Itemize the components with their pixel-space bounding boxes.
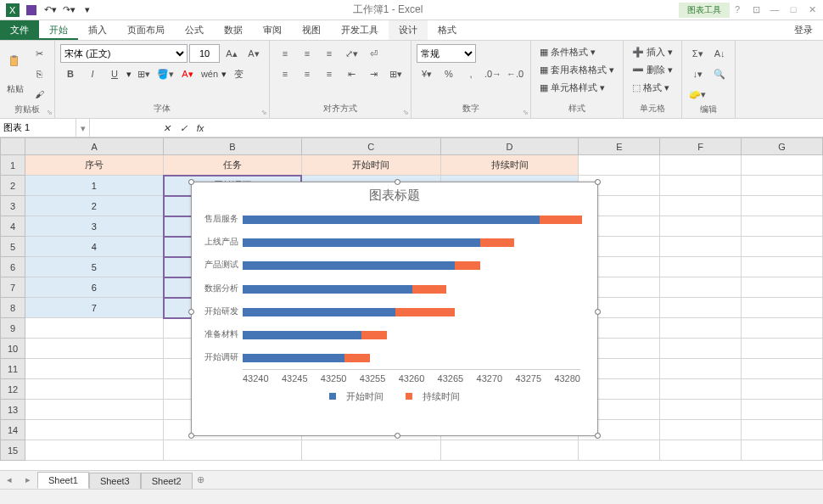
sheet-nav-prev-icon[interactable]: ◂ <box>0 474 19 485</box>
cell[interactable] <box>579 440 660 461</box>
cell[interactable]: 持续时间 <box>440 155 579 176</box>
chart-title[interactable]: 图表标题 <box>192 182 597 209</box>
cell[interactable] <box>742 216 823 237</box>
dialog-launcher-icon[interactable]: ⬂ <box>261 109 267 116</box>
decrease-font-icon[interactable]: A▾ <box>244 44 264 63</box>
cell[interactable] <box>579 155 660 176</box>
cell[interactable] <box>25 400 164 420</box>
row-header[interactable]: 7 <box>1 277 25 298</box>
chart-plot-area[interactable]: 售后服务上线产品产品测试数据分析开始研发准备材料开始调研 <box>243 209 580 370</box>
cell[interactable]: 4 <box>25 237 164 257</box>
border-icon[interactable]: ⊞▾ <box>133 64 154 83</box>
cancel-icon[interactable]: ✕ <box>158 119 175 137</box>
select-all-button[interactable] <box>1 138 25 155</box>
cell[interactable]: 2 <box>25 196 164 216</box>
fill-color-icon[interactable]: 🪣▾ <box>155 64 176 83</box>
cell[interactable] <box>742 257 823 277</box>
format-painter-icon[interactable]: 🖌 <box>29 85 49 104</box>
cell[interactable] <box>742 400 823 420</box>
sheet-tab-active[interactable]: Sheet1 <box>37 472 89 489</box>
convert-button[interactable]: 变 <box>228 64 249 83</box>
cell[interactable] <box>660 339 742 359</box>
worksheet-grid[interactable]: A B C D E F G 1 序号 任务 开始时间 持续时间 2 1 开始调研… <box>0 137 823 477</box>
dialog-launcher-icon[interactable]: ⬂ <box>47 109 53 116</box>
cell[interactable] <box>25 339 164 359</box>
ribbon-opts-icon[interactable]: ⊡ <box>748 4 764 15</box>
dec-decimal-icon[interactable]: ←.0 <box>505 64 525 83</box>
row-header[interactable]: 12 <box>1 379 25 400</box>
cell[interactable] <box>660 379 742 400</box>
align-top-icon[interactable]: ≡ <box>275 44 295 63</box>
tab-format[interactable]: 格式 <box>428 20 467 40</box>
cell-styles-button[interactable]: ▦单元格样式 ▾ <box>536 80 608 96</box>
chart-bar[interactable]: 开始研发 <box>243 308 455 316</box>
cell[interactable] <box>660 257 742 277</box>
cell[interactable] <box>25 318 164 339</box>
resize-handle[interactable] <box>595 433 601 439</box>
cell[interactable] <box>742 298 823 318</box>
tab-insert[interactable]: 插入 <box>78 20 117 40</box>
cell[interactable] <box>742 237 823 257</box>
col-header[interactable]: B <box>164 138 302 155</box>
copy-icon[interactable]: ⎘ <box>29 64 49 83</box>
resize-handle[interactable] <box>395 433 400 439</box>
redo-icon[interactable]: ↷▾ <box>60 2 77 19</box>
col-header[interactable]: C <box>301 138 440 155</box>
resize-handle[interactable] <box>188 179 194 185</box>
cell[interactable] <box>742 155 823 176</box>
cell[interactable] <box>660 176 742 196</box>
cell[interactable] <box>660 298 742 318</box>
col-header[interactable]: G <box>742 138 823 155</box>
indent-inc-icon[interactable]: ⇥ <box>363 64 384 83</box>
resize-handle[interactable] <box>595 309 601 315</box>
cell[interactable] <box>660 216 742 237</box>
minimize-icon[interactable]: — <box>767 4 782 15</box>
cell[interactable] <box>742 196 823 216</box>
cell[interactable]: 开始时间 <box>301 155 440 176</box>
format-cells-button[interactable]: ⬚格式 ▾ <box>629 80 673 96</box>
sheet-tab[interactable]: Sheet3 <box>89 473 141 489</box>
cell[interactable] <box>660 318 742 339</box>
chart-bar[interactable]: 售后服务 <box>243 216 582 224</box>
indent-dec-icon[interactable]: ⇤ <box>341 64 361 83</box>
name-box-dropdown-icon[interactable]: ▾ <box>76 119 90 137</box>
cell[interactable]: 6 <box>25 277 164 298</box>
formula-input[interactable] <box>209 119 823 137</box>
cell[interactable]: 3 <box>25 216 164 237</box>
cell[interactable] <box>742 420 823 440</box>
resize-handle[interactable] <box>188 433 194 439</box>
cell[interactable]: 序号 <box>25 155 164 176</box>
embedded-chart[interactable]: 图表标题 售后服务上线产品产品测试数据分析开始研发准备材料开始调研 432404… <box>191 182 598 436</box>
align-middle-icon[interactable]: ≡ <box>297 44 317 63</box>
cell[interactable] <box>660 400 742 420</box>
close-icon[interactable]: ✕ <box>804 4 820 15</box>
dialog-launcher-icon[interactable]: ⬂ <box>523 109 529 116</box>
fx-icon[interactable]: fx <box>192 119 209 137</box>
cell[interactable] <box>164 440 302 461</box>
sheet-nav-next-icon[interactable]: ▸ <box>19 474 37 485</box>
paste-icon[interactable] <box>5 44 25 78</box>
cell[interactable] <box>440 440 579 461</box>
resize-handle[interactable] <box>595 179 601 185</box>
bold-button[interactable]: B <box>60 64 81 83</box>
cell[interactable] <box>660 196 742 216</box>
tab-file[interactable]: 文件 <box>0 20 39 40</box>
cell[interactable] <box>301 440 440 461</box>
row-header[interactable]: 3 <box>1 196 25 216</box>
row-header[interactable]: 6 <box>1 257 25 277</box>
delete-cells-button[interactable]: ➖删除 ▾ <box>629 62 676 78</box>
row-header[interactable]: 14 <box>1 420 25 440</box>
enter-icon[interactable]: ✓ <box>175 119 192 137</box>
save-icon[interactable] <box>23 2 40 19</box>
tab-formulas[interactable]: 公式 <box>175 20 214 40</box>
col-header[interactable]: D <box>440 138 579 155</box>
font-size-input[interactable] <box>189 44 220 63</box>
maximize-icon[interactable]: □ <box>786 4 801 15</box>
insert-cells-button[interactable]: ➕插入 ▾ <box>629 44 676 60</box>
cell[interactable]: 7 <box>25 298 164 318</box>
cell[interactable] <box>742 339 823 359</box>
row-header[interactable]: 15 <box>1 440 25 461</box>
row-header[interactable]: 10 <box>1 339 25 359</box>
sheet-tab[interactable]: Sheet2 <box>141 473 193 489</box>
cell[interactable] <box>742 440 823 461</box>
